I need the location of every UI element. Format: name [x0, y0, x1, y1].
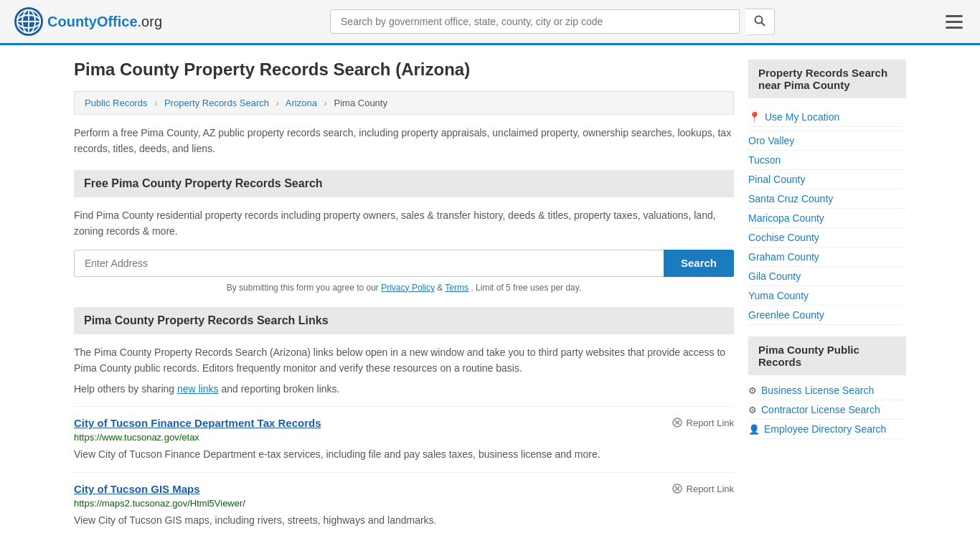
breadcrumb-arizona[interactable]: Arizona — [286, 98, 317, 108]
nearby-link-6[interactable]: Graham County — [748, 251, 906, 263]
nearby-links-list: 📍 Use My Location Oro Valley Tucson Pina… — [748, 104, 906, 325]
list-item: Greenlee County — [748, 306, 906, 325]
page-title: Pima County Property Records Search (Ari… — [74, 60, 734, 80]
list-item: Maricopa County — [748, 209, 906, 228]
address-search-button[interactable]: Search — [664, 250, 734, 277]
menu-button[interactable] — [943, 12, 966, 32]
breadcrumb-property-records[interactable]: Property Records Search — [164, 98, 269, 108]
link-url-2: https://maps2.tucsonaz.gov/Html5Viewer/ — [74, 498, 734, 509]
nearby-link-9[interactable]: Greenlee County — [748, 309, 906, 321]
header-search-button[interactable] — [745, 9, 775, 35]
link-title-2[interactable]: City of Tucson GIS Maps — [74, 483, 200, 495]
list-item: 👤 Employee Directory Search — [748, 420, 906, 439]
address-search-form: Search — [74, 250, 734, 277]
links-help: Help others by sharing new links and rep… — [74, 383, 734, 395]
link-item-header-2: City of Tucson GIS Maps Report Link — [74, 483, 734, 495]
report-link-button-2[interactable]: Report Link — [672, 483, 734, 494]
use-location-link[interactable]: 📍 Use My Location — [748, 108, 906, 127]
links-help-and-suffix: and reporting broken links. — [221, 383, 339, 395]
public-records-heading: Pima County Public Records — [748, 336, 906, 375]
list-item: ⚙ Business License Search — [748, 381, 906, 400]
list-item: Oro Valley — [748, 131, 906, 151]
breadcrumb-current: Pima County — [334, 98, 387, 108]
site-header: CountyOffice.org — [0, 0, 980, 45]
svg-line-7 — [762, 22, 765, 25]
list-item: Santa Cruz County — [748, 189, 906, 209]
header-search-input[interactable] — [330, 9, 740, 34]
nearby-link-3[interactable]: Santa Cruz County — [748, 193, 906, 204]
link-item: City of Tucson Finance Department Tax Re… — [74, 406, 734, 472]
nearby-heading: Property Records Search near Pima County — [748, 60, 906, 98]
links-heading: Pima County Property Records Search Link… — [74, 307, 734, 334]
public-link-2[interactable]: Employee Directory Search — [764, 423, 886, 435]
nearby-link-5[interactable]: Cochise County — [748, 232, 906, 243]
logo-ext-text: .org — [138, 14, 162, 29]
link-desc-2: View City of Tucson GIS maps, including … — [74, 513, 734, 528]
nearby-link-2[interactable]: Pinal County — [748, 174, 906, 185]
nearby-link-1[interactable]: Tucson — [748, 154, 906, 166]
menu-bar-2 — [946, 21, 963, 23]
form-note-and: & — [437, 283, 445, 293]
pin-icon: 📍 — [748, 111, 760, 123]
link-desc-1: View City of Tucson Finance Department e… — [74, 447, 734, 462]
free-search-section: Free Pima County Property Records Search… — [74, 170, 734, 293]
list-item: Pinal County — [748, 170, 906, 189]
breadcrumb-sep-3: › — [324, 98, 327, 108]
nearby-link-0[interactable]: Oro Valley — [748, 135, 906, 146]
use-location-item: 📍 Use My Location — [748, 104, 906, 131]
free-search-heading: Free Pima County Property Records Search — [74, 170, 734, 197]
gear-icon-2: ⚙ — [748, 405, 757, 415]
link-item: City of Tucson GIS Maps Report Link http… — [74, 472, 734, 538]
sidebar: Property Records Search near Pima County… — [748, 60, 906, 551]
list-item: Gila County — [748, 267, 906, 286]
list-item: Graham County — [748, 248, 906, 267]
breadcrumb-sep-1: › — [154, 98, 157, 108]
page-description: Perform a free Pima County, AZ public pr… — [74, 125, 734, 157]
logo-main-text: CountyOffice — [47, 14, 138, 29]
logo-icon — [14, 7, 43, 36]
menu-bar-1 — [946, 15, 963, 17]
use-location-label: Use My Location — [765, 111, 839, 123]
menu-bar-3 — [946, 27, 963, 29]
links-section: Pima County Property Records Search Link… — [74, 307, 734, 539]
list-item: Cochise County — [748, 228, 906, 248]
address-input[interactable] — [74, 250, 664, 277]
gear-icon: ⚙ — [748, 385, 757, 396]
list-item: Yuma County — [748, 286, 906, 306]
report-label-1: Report Link — [687, 418, 734, 428]
logo: CountyOffice.org — [14, 7, 162, 36]
link-title-1[interactable]: City of Tucson Finance Department Tax Re… — [74, 417, 321, 429]
public-link-1[interactable]: Contractor License Search — [761, 404, 880, 415]
links-description: The Pima County Property Records Search … — [74, 344, 734, 377]
links-help-prefix: Help others by sharing — [74, 383, 174, 395]
public-links-list: ⚙ Business License Search ⚙ Contractor L… — [748, 381, 906, 439]
content-area: Pima County Property Records Search (Ari… — [74, 60, 734, 551]
form-note-suffix: . Limit of 5 free uses per day. — [471, 283, 581, 293]
free-search-description: Find Pima County residential property re… — [74, 207, 734, 240]
breadcrumb-public-records[interactable]: Public Records — [85, 98, 147, 108]
privacy-policy-link[interactable]: Privacy Policy — [381, 283, 435, 293]
terms-link[interactable]: Terms — [445, 283, 468, 293]
main-container: Pima County Property Records Search (Ari… — [60, 45, 920, 551]
person-icon: 👤 — [748, 424, 760, 435]
breadcrumb: Public Records › Property Records Search… — [74, 91, 734, 115]
report-label-2: Report Link — [687, 484, 734, 494]
link-url-1: https://www.tucsonaz.gov/etax — [74, 432, 734, 443]
nearby-link-8[interactable]: Yuma County — [748, 290, 906, 301]
header-search-container — [330, 9, 775, 35]
list-item: ⚙ Contractor License Search — [748, 400, 906, 420]
form-note-prefix: By submitting this form you agree to our — [227, 283, 379, 293]
public-link-0[interactable]: Business License Search — [761, 385, 874, 396]
breadcrumb-sep-2: › — [276, 98, 279, 108]
form-note: By submitting this form you agree to our… — [74, 283, 734, 293]
nearby-link-4[interactable]: Maricopa County — [748, 212, 906, 224]
nearby-link-7[interactable]: Gila County — [748, 270, 906, 282]
logo-text: CountyOffice.org — [47, 14, 162, 30]
link-item-header: City of Tucson Finance Department Tax Re… — [74, 417, 734, 429]
report-link-button-1[interactable]: Report Link — [672, 417, 734, 428]
list-item: Tucson — [748, 151, 906, 170]
new-links-link[interactable]: new links — [177, 383, 219, 395]
